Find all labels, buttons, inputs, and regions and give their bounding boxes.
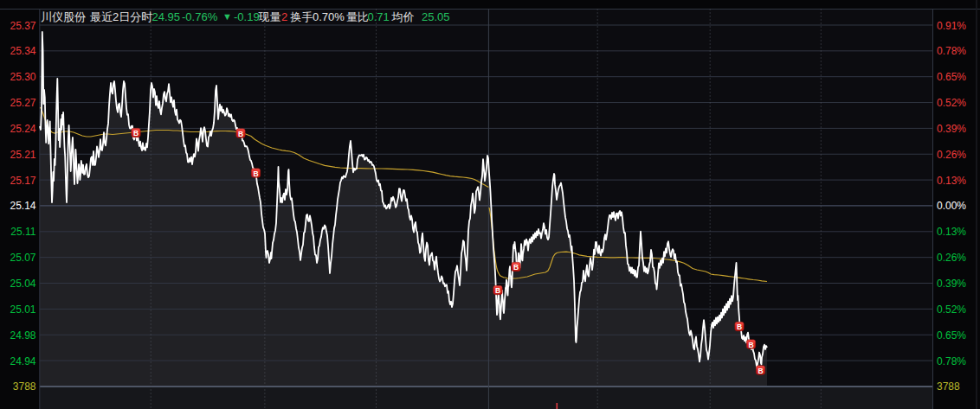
svg-text:B: B xyxy=(133,129,139,137)
svg-text:B: B xyxy=(513,263,519,272)
svg-text:B: B xyxy=(238,130,243,138)
svg-text:B: B xyxy=(737,323,742,331)
svg-text:B: B xyxy=(758,367,763,375)
svg-text:B: B xyxy=(748,341,753,349)
svg-text:B: B xyxy=(253,169,258,178)
svg-text:B: B xyxy=(495,286,500,295)
